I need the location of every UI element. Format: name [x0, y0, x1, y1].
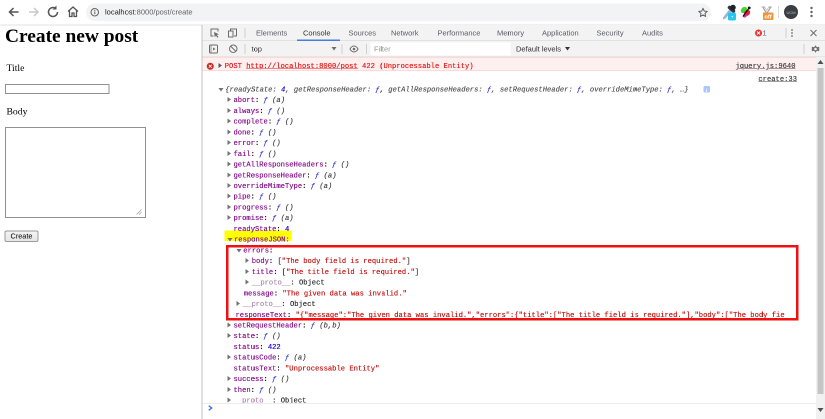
svg-text:off: off	[764, 13, 771, 19]
svg-text:UCM: UCM	[786, 10, 795, 15]
